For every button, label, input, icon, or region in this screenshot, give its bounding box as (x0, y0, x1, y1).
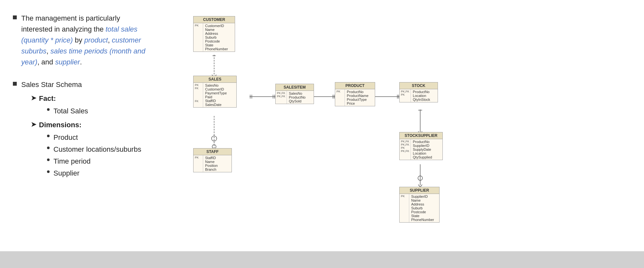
schema-section: Sales Star Schema ➤ Fact: Total Sales (21, 79, 141, 182)
bullet-item-2: Sales Star Schema ➤ Fact: Total Sales (13, 79, 151, 182)
table-stock-header: STOCK (400, 82, 438, 89)
dim-item-customer: Customer locations/suburbs (47, 144, 141, 155)
table-staff: STAFF PK StaffID Name Position Branch (193, 148, 232, 172)
table-staff-header: STAFF (194, 148, 232, 155)
fact-label: Fact: (39, 93, 56, 104)
bullet-text-1: The management is particularly intereste… (21, 13, 151, 68)
table-stock-keys: PK,FK PK (400, 89, 411, 102)
time-label: Time period (53, 156, 90, 167)
dim-item-time: Time period (47, 156, 141, 167)
dot-time (47, 158, 50, 161)
highlight-product: product (84, 36, 108, 44)
table-salesitem-keys: PK,FK PK,FK (276, 91, 287, 104)
dim-sub-bullets: Product Customer locations/suburbs Time … (47, 132, 141, 178)
svg-point-28 (418, 176, 422, 180)
table-stock-fields: ProductNo Location QtyInStock (411, 89, 432, 102)
table-staff-keys: PK (194, 155, 203, 172)
table-stocksupplier-header: STOCKSUPPLIER (400, 132, 442, 139)
bottom-bar (0, 251, 644, 268)
supplier-label: Supplier (53, 168, 80, 178)
table-supplier: SUPPLIER PK SupplierID Name (399, 187, 440, 223)
bullet-square-2 (13, 82, 17, 86)
table-product-header: PRODUCT (335, 82, 375, 89)
table-sales: SALES PK FK FK SalesNo CustomerID Paymen… (193, 76, 237, 108)
table-stock: STOCK PK,FK PK ProductNo Location QtyInS… (399, 82, 438, 102)
right-panel: CUSTOMER PK CustomerID Name (164, 13, 634, 245)
table-stocksupplier: STOCKSUPPLIER PK,FK PK,FK PK PK,FK Produ… (399, 132, 443, 160)
table-supplier-fields: SupplierID Name Address Suburb Postcode … (409, 194, 436, 222)
total-sales-label: Total Sales (53, 106, 88, 116)
table-salesitem-fields: SalesNo ProductNo QtySold (287, 91, 308, 104)
customer-label: Customer locations/suburbs (53, 144, 141, 155)
table-salesitem-header: SALESITEM (276, 84, 314, 91)
table-sales-header: SALES (194, 76, 236, 83)
table-supplier-keys: PK (400, 194, 409, 222)
dot-product (47, 135, 50, 137)
table-customer: CUSTOMER PK CustomerID Name (193, 16, 235, 52)
table-staff-fields: StaffID Name Position Branch (203, 155, 220, 172)
bullet-item-1: The management is particularly intereste… (13, 13, 151, 68)
table-product-fields: ProductNo ProductName ProductType Price (345, 89, 370, 106)
table-sales-fields: SalesNo CustomerID PaymentType Paid Staf… (203, 83, 229, 107)
dim-label: Dimensions: (39, 120, 81, 130)
fact-item-total-sales: Total Sales (47, 106, 141, 116)
main-content: The management is particularly intereste… (0, 0, 644, 251)
fact-arrow-item: ➤ Fact: (31, 93, 141, 104)
product-label: Product (53, 132, 78, 143)
table-sales-keys: PK FK FK (194, 83, 203, 107)
svg-point-19 (212, 136, 217, 141)
table-stocksupplier-fields: ProductNo SupplierID SupplyDate Location… (411, 139, 434, 160)
dim-arrow-symbol: ➤ (31, 120, 36, 129)
table-customer-header: CUSTOMER (194, 16, 235, 23)
arrow-section: ➤ Fact: Total Sales ➤ Dimensions: (31, 93, 141, 178)
left-panel: The management is particularly intereste… (13, 13, 151, 245)
dot-supplier (47, 170, 50, 173)
fact-arrow-symbol: ➤ (31, 93, 36, 103)
dot-customer (47, 147, 50, 149)
table-product: PRODUCT PK ProductNo ProductName Product… (335, 82, 375, 106)
dim-item-product: Product (47, 132, 141, 143)
schema-title: Sales Star Schema (21, 79, 141, 90)
table-stocksupplier-keys: PK,FK PK,FK PK PK,FK (400, 139, 411, 160)
fact-sub-bullets: Total Sales (47, 106, 141, 116)
table-salesitem: SALESITEM PK,FK PK,FK SalesNo ProductNo … (275, 84, 314, 104)
erd-container: CUSTOMER PK CustomerID Name (164, 13, 634, 245)
dim-item-supplier: Supplier (47, 168, 141, 178)
table-customer-keys: PK (194, 23, 203, 52)
bullet-square-1 (13, 15, 17, 19)
dim-arrow-item: ➤ Dimensions: (31, 120, 141, 130)
highlight-supplier: supplier (55, 58, 80, 66)
dot-total-sales (47, 108, 50, 111)
table-supplier-header: SUPPLIER (400, 187, 439, 194)
table-customer-fields: CustomerID Name Address Suburb Postcode … (203, 23, 230, 52)
table-product-keys: PK (335, 89, 345, 106)
